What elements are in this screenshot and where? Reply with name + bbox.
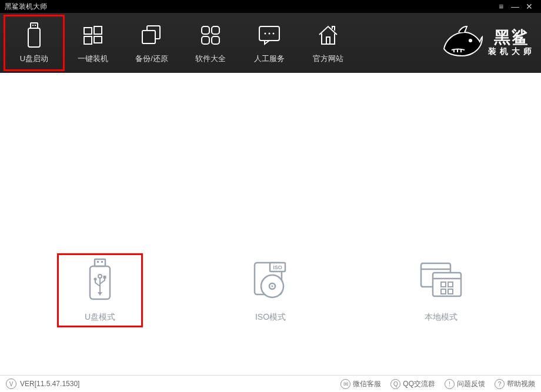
svg-rect-22 — [101, 261, 103, 263]
footer: V VER[11.5.47.1530] ✉ 微信客服 Q QQ交流群 ! 问题反… — [0, 375, 541, 392]
nav-label: 官方网站 — [313, 53, 343, 64]
minimize-button[interactable]: — — [508, 2, 522, 11]
footer-link-label: QQ交流群 — [403, 379, 435, 389]
svg-rect-5 — [94, 26, 102, 34]
window-title: 黑鲨装机大师 — [5, 2, 47, 12]
svg-rect-7 — [94, 36, 102, 43]
svg-rect-10 — [202, 26, 209, 34]
help-icon: ? — [495, 379, 505, 389]
svg-rect-12 — [202, 36, 209, 44]
home-icon — [316, 22, 340, 49]
svg-rect-6 — [84, 36, 92, 44]
chat-icon — [258, 22, 281, 49]
version-text: VER[11.5.47.1530] — [20, 380, 79, 388]
mode-label: U盘模式 — [85, 312, 115, 323]
mode-iso[interactable]: ISO ISO模式 — [232, 258, 309, 323]
grid-icon — [200, 22, 221, 49]
svg-rect-13 — [212, 36, 219, 44]
nav-manual-service[interactable]: 人工服务 — [240, 16, 299, 70]
app-window: 黑鲨装机大师 ≡ — ✕ U盘启动 — [0, 0, 541, 392]
close-button[interactable]: ✕ — [522, 2, 536, 11]
usb-large-icon — [85, 258, 115, 301]
nav-label: 软件大全 — [195, 53, 226, 64]
svg-rect-1 — [32, 25, 34, 26]
mode-usb[interactable]: U盘模式 — [62, 258, 138, 323]
mode-list: U盘模式 ISO ISO模式 — [0, 258, 541, 323]
mode-label: ISO模式 — [255, 312, 286, 323]
main-content: U盘模式 ISO ISO模式 — [0, 73, 541, 375]
local-icon — [419, 258, 463, 301]
titlebar: 黑鲨装机大师 ≡ — ✕ — [0, 0, 541, 13]
footer-wechat[interactable]: ✉ 微信客服 — [340, 379, 381, 389]
brand-text: 黑鲨 装机大师 — [488, 29, 535, 56]
svg-point-15 — [265, 33, 266, 35]
version-icon: V — [6, 378, 16, 389]
svg-text:ISO: ISO — [273, 264, 282, 270]
svg-rect-20 — [95, 259, 105, 266]
navbar: U盘启动 一键装机 备份/还原 — [0, 13, 541, 73]
svg-point-32 — [272, 286, 273, 287]
svg-point-17 — [273, 33, 275, 35]
footer-help[interactable]: ? 帮助视频 — [495, 379, 535, 389]
footer-qq[interactable]: Q QQ交流群 — [390, 379, 435, 389]
svg-rect-9 — [142, 31, 155, 43]
feedback-icon: ! — [445, 379, 455, 389]
svg-rect-18 — [326, 37, 330, 44]
svg-rect-2 — [35, 25, 36, 26]
nav-one-click-install[interactable]: 一键装机 — [64, 16, 122, 70]
menu-button[interactable]: ≡ — [494, 2, 508, 11]
nav-software-all[interactable]: 软件大全 — [181, 16, 240, 70]
brand-line1: 黑鲨 — [488, 29, 535, 47]
mode-label: 本地模式 — [425, 312, 457, 323]
svg-point-19 — [469, 39, 472, 42]
iso-icon: ISO — [250, 258, 291, 301]
nav-backup-restore[interactable]: 备份/还原 — [122, 16, 181, 70]
footer-link-label: 问题反馈 — [457, 379, 485, 389]
windows-icon — [82, 22, 103, 49]
svg-point-16 — [269, 33, 270, 35]
nav-label: 一键装机 — [78, 53, 108, 64]
mode-local[interactable]: 本地模式 — [403, 258, 479, 323]
svg-rect-26 — [103, 276, 106, 279]
footer-feedback[interactable]: ! 问题反馈 — [445, 379, 485, 389]
brand-logo: 黑鲨 装机大师 — [441, 19, 535, 66]
nav-label: 人工服务 — [254, 53, 285, 64]
footer-link-label: 帮助视频 — [507, 379, 535, 389]
brand-line2: 装机大师 — [488, 47, 535, 56]
footer-link-label: 微信客服 — [353, 379, 381, 389]
svg-point-24 — [98, 274, 102, 278]
usb-icon — [25, 22, 43, 49]
svg-rect-11 — [212, 26, 219, 34]
svg-rect-0 — [31, 23, 38, 28]
copy-icon — [140, 22, 163, 49]
svg-rect-4 — [84, 28, 92, 34]
svg-rect-3 — [28, 28, 40, 47]
nav-official-site[interactable]: 官方网站 — [299, 16, 358, 70]
nav-label: U盘启动 — [20, 53, 48, 64]
svg-point-25 — [94, 278, 97, 281]
qq-icon: Q — [390, 379, 400, 389]
svg-rect-35 — [433, 273, 461, 296]
nav-usb-boot[interactable]: U盘启动 — [5, 16, 64, 70]
wechat-icon: ✉ — [340, 379, 350, 389]
nav-label: 备份/还原 — [135, 53, 168, 64]
svg-rect-21 — [97, 261, 99, 263]
shark-icon — [441, 25, 483, 59]
